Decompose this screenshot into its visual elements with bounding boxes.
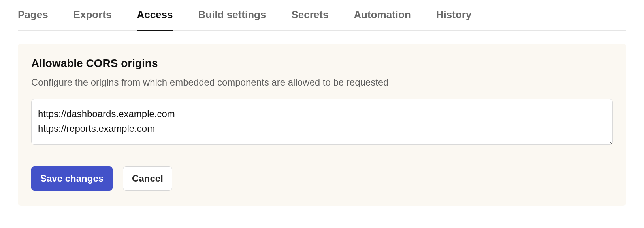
- tabs-nav: Pages Exports Access Build settings Secr…: [18, 9, 626, 31]
- tab-automation[interactable]: Automation: [354, 9, 411, 31]
- button-row: Save changes Cancel: [31, 166, 613, 191]
- save-button[interactable]: Save changes: [31, 166, 113, 191]
- cors-panel: Allowable CORS origins Configure the ori…: [18, 44, 626, 206]
- tab-exports[interactable]: Exports: [73, 9, 112, 31]
- panel-title: Allowable CORS origins: [31, 57, 613, 70]
- panel-description: Configure the origins from which embedde…: [31, 77, 613, 88]
- cancel-button[interactable]: Cancel: [123, 166, 172, 191]
- tab-secrets[interactable]: Secrets: [291, 9, 328, 31]
- tab-history[interactable]: History: [436, 9, 472, 31]
- tab-access[interactable]: Access: [137, 9, 173, 31]
- tab-build-settings[interactable]: Build settings: [198, 9, 266, 31]
- cors-origins-input[interactable]: [31, 99, 613, 145]
- tab-pages[interactable]: Pages: [18, 9, 48, 31]
